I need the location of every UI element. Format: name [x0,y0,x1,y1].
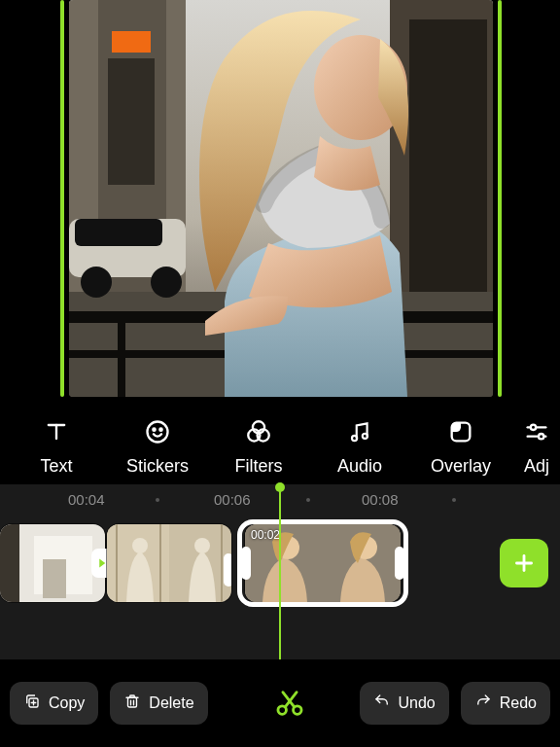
tool-audio-label: Audio [337,456,382,477]
clip-trim-handle-right[interactable] [395,547,404,580]
svg-rect-4 [112,31,151,53]
playhead[interactable] [279,484,281,659]
ruler-mark: 00:08 [362,491,399,508]
svg-point-11 [151,267,182,298]
svg-point-18 [148,421,168,442]
trash-icon [123,693,141,714]
undo-button[interactable]: Undo [360,682,449,725]
svg-point-10 [81,267,112,298]
svg-point-25 [363,433,368,438]
redo-label: Redo [500,694,537,712]
tool-stickers[interactable]: Stickers [107,417,208,477]
svg-point-36 [194,538,210,553]
delete-label: Delete [149,694,193,712]
ruler-dot [452,498,456,502]
text-icon [42,417,71,446]
copy-icon [23,693,41,714]
svg-point-28 [539,433,543,438]
preview-image[interactable] [69,0,493,397]
preview-guide-right [498,0,502,397]
svg-rect-14 [118,311,125,397]
tool-overlay-label: Overlay [431,456,491,477]
tool-overlay[interactable]: Overlay [410,417,511,477]
svg-rect-9 [75,219,162,246]
tool-text-label: Text [40,456,72,477]
svg-point-35 [132,538,148,553]
copy-button[interactable]: Copy [10,682,98,725]
tool-filters-label: Filters [235,456,283,477]
tool-text[interactable]: Text [6,417,107,477]
svg-point-19 [153,428,155,430]
ruler-dot [306,498,310,502]
redo-button[interactable]: Redo [461,682,550,725]
clip[interactable] [0,524,105,602]
bottom-toolbar: Copy Delete Undo [0,659,560,747]
audio-icon [345,417,374,446]
clip-trim-handle-left[interactable] [241,547,251,580]
svg-rect-3 [108,58,155,185]
sticker-icon [143,417,172,446]
tool-adjust-label: Adj [524,456,549,477]
clip-selected[interactable]: 00:02 [245,524,401,602]
svg-rect-30 [0,524,19,602]
undo-label: Undo [399,694,436,712]
ruler-mark: 00:04 [68,491,105,508]
svg-point-24 [352,435,357,440]
adjust-icon [522,417,551,446]
preview-area [0,0,560,397]
svg-point-27 [531,424,536,429]
timeline[interactable]: 00:04 00:06 00:08 [0,484,560,659]
undo-icon [373,693,391,714]
tool-filters[interactable]: Filters [208,417,309,477]
clip-duration-label: 00:02 [251,528,280,542]
tool-stickers-label: Stickers [126,456,189,477]
clip[interactable] [107,524,231,602]
svg-point-20 [159,428,161,430]
redo-icon [474,693,492,714]
tool-audio[interactable]: Audio [309,417,410,477]
svg-rect-46 [128,697,137,707]
ruler-mark: 00:06 [214,491,251,508]
overlay-icon [446,417,475,446]
delete-button[interactable]: Delete [110,682,207,725]
split-button[interactable] [262,676,317,730]
ruler-dot [156,498,159,502]
copy-label: Copy [49,694,85,712]
add-clip-button[interactable] [500,539,548,587]
preview-guide-left [60,0,64,397]
clip-trim-handle[interactable] [224,553,231,587]
filters-icon [244,417,273,446]
tool-row: Text Stickers Filters [0,397,560,484]
tool-adjust[interactable]: Adj [511,417,560,477]
svg-rect-32 [43,559,66,598]
